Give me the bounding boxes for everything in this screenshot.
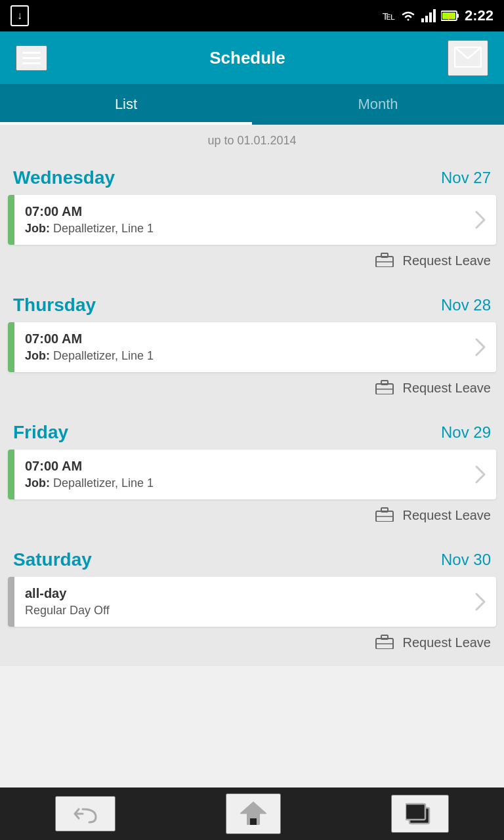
svg-rect-23 [250,818,257,825]
entry-job: Regular Day Off [25,604,454,618]
card-content: 07:00 AMJob: Depalletizer, Line 1 [14,322,465,372]
briefcase-icon [375,379,394,397]
day-section: FridayNov 2907:00 AMJob: Depalletizer, L… [0,411,504,539]
menu-button[interactable] [16,45,47,71]
tab-list[interactable]: List [0,84,252,125]
card-content: 07:00 AMJob: Depalletizer, Line 1 [14,195,465,245]
day-date: Nov 28 [441,296,491,314]
svg-rect-13 [381,381,388,385]
request-leave-text: Request Leave [402,253,491,268]
schedule-card[interactable]: 07:00 AMJob: Depalletizer, Line 1 [8,195,496,245]
entry-job: Job: Depalletizer, Line 1 [25,476,454,490]
chevron-right-icon [465,195,496,245]
day-date: Nov 27 [441,169,491,187]
svg-rect-2 [429,12,432,22]
mail-icon [454,47,482,68]
card-content: all-dayRegular Day Off [14,577,465,627]
hamburger-line [22,52,41,54]
recents-button[interactable] [391,795,449,833]
svg-rect-1 [425,16,428,22]
day-section: SaturdayNov 30all-dayRegular Day OffRequ… [0,539,504,666]
status-time: 2:22 [465,7,494,24]
battery-icon: ⚡ [441,10,459,22]
request-leave-row[interactable]: Request Leave [0,627,504,661]
entry-time: all-day [25,586,454,601]
schedule-card[interactable]: 07:00 AMJob: Depalletizer, Line 1 [8,322,496,372]
request-leave-text: Request Leave [402,635,491,650]
status-bar: ↓ ℡ ⚡ 2:22 [0,0,504,32]
wifi-icon [400,9,416,22]
app-bar: Schedule [0,32,504,84]
svg-rect-19 [381,635,388,639]
entry-time: 07:00 AM [25,459,454,474]
hamburger-line [22,57,41,59]
chevron-right-icon [465,322,496,372]
card-content: 07:00 AMJob: Depalletizer, Line 1 [14,450,465,499]
day-section: WednesdayNov 2707:00 AMJob: Depalletizer… [0,157,504,284]
svg-rect-10 [381,253,388,257]
schedule-card[interactable]: all-dayRegular Day Off [8,577,496,627]
day-header: WednesdayNov 27 [0,157,504,195]
svg-rect-25 [406,804,425,820]
signal-icon [421,9,436,22]
day-header: ThursdayNov 28 [0,284,504,322]
back-icon [70,804,101,824]
svg-text:⚡: ⚡ [446,12,454,21]
day-name: Thursday [13,295,96,316]
status-bar-right: ℡ ⚡ 2:22 [383,7,494,24]
bluetooth-icon: ℡ [383,9,395,23]
schedule-card[interactable]: 07:00 AMJob: Depalletizer, Line 1 [8,450,496,499]
hamburger-line [22,62,41,64]
entry-job: Job: Depalletizer, Line 1 [25,349,454,363]
day-section: ThursdayNov 2807:00 AMJob: Depalletizer,… [0,284,504,411]
bottom-nav [0,788,504,840]
svg-rect-0 [421,18,424,22]
briefcase-icon [375,506,394,524]
card-accent [8,577,14,627]
day-name: Wednesday [13,167,115,188]
entry-time: 07:00 AM [25,204,454,219]
page-title: Schedule [209,48,285,68]
request-leave-text: Request Leave [402,381,491,396]
back-button[interactable] [55,796,116,831]
day-header: FridayNov 29 [0,411,504,450]
svg-marker-21 [242,803,265,813]
home-icon [240,801,266,826]
download-icon: ↓ [10,5,29,26]
briefcase-icon [375,633,394,652]
chevron-right-icon [465,577,496,627]
day-date: Nov 30 [441,551,491,569]
request-leave-row[interactable]: Request Leave [0,245,504,279]
request-leave-row[interactable]: Request Leave [0,372,504,406]
entry-job: Job: Depalletizer, Line 1 [25,222,454,236]
card-accent [8,195,14,245]
day-date: Nov 29 [441,423,491,442]
status-bar-left: ↓ [10,5,29,26]
tab-bar: List Month [0,84,504,125]
schedule-list: WednesdayNov 2707:00 AMJob: Depalletizer… [0,157,504,666]
day-name: Saturday [13,549,92,570]
mail-button[interactable] [448,40,488,76]
entry-time: 07:00 AM [25,331,454,346]
request-leave-row[interactable]: Request Leave [0,499,504,534]
briefcase-icon [375,251,394,270]
day-name: Friday [13,422,68,443]
card-accent [8,322,14,372]
date-subtitle: up to 01.01.2014 [0,125,504,157]
card-accent [8,450,14,499]
svg-rect-5 [457,14,459,18]
day-header: SaturdayNov 30 [0,539,504,577]
chevron-right-icon [465,450,496,499]
home-button[interactable] [226,793,281,834]
tab-month[interactable]: Month [252,84,504,125]
recents-icon [406,803,434,825]
svg-rect-16 [381,508,388,512]
request-leave-text: Request Leave [402,508,491,523]
svg-rect-3 [433,9,436,22]
